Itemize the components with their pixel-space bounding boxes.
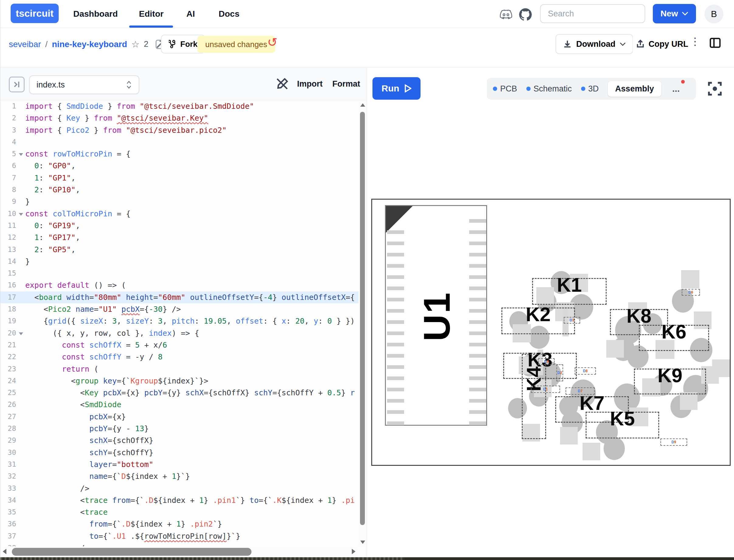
fold-gutter[interactable] (16, 112, 25, 124)
component-u1[interactable]: U1 (385, 205, 487, 426)
code-line-36[interactable]: 36 from={`.D${index + 1} .pin2`} (0, 518, 358, 530)
edit-disabled-icon[interactable] (275, 77, 289, 91)
assembly-board-outline[interactable]: U1 K1K2K8K6K3K4K9K7K5D3D4D1D7D8D2D6D9 (371, 199, 731, 466)
diode-d1-outline[interactable]: D1 (531, 386, 560, 393)
fold-gutter[interactable] (16, 208, 25, 220)
download-button[interactable]: Download (556, 34, 633, 54)
horizontal-scroll-thumb[interactable] (12, 548, 251, 556)
editor-horizontal-scrollbar[interactable] (0, 546, 358, 558)
code-line-21[interactable]: 21 const schOffX = 5 + x/6 (0, 339, 358, 351)
collapse-sidebar-icon[interactable] (9, 77, 25, 92)
fold-gutter[interactable] (16, 184, 25, 196)
code-line-34[interactable]: 34 <trace from={`.D${index + 1} .pin1`} … (0, 494, 358, 506)
scroll-right-arrow[interactable] (352, 549, 355, 554)
fold-gutter[interactable] (16, 363, 25, 375)
fold-arrow-icon[interactable] (19, 153, 23, 156)
fold-gutter[interactable] (16, 435, 25, 446)
fold-gutter[interactable] (16, 244, 25, 256)
code-line-8[interactable]: 8 2: "GP10", (0, 184, 358, 196)
new-button[interactable]: New (653, 4, 696, 23)
fold-gutter[interactable] (16, 136, 25, 148)
code-line-13[interactable]: 13 2: "GP5", (0, 244, 358, 256)
fold-gutter[interactable] (16, 148, 25, 160)
code-line-24[interactable]: 24 <group key={`Kgroup${index}`}> (0, 375, 358, 387)
scroll-left-arrow[interactable] (3, 549, 6, 554)
code-line-33[interactable]: 33 /> (0, 483, 358, 494)
fold-gutter[interactable] (16, 423, 25, 435)
fold-gutter[interactable] (16, 124, 25, 136)
fold-gutter[interactable] (16, 447, 25, 459)
undo-icon[interactable]: ↺ (267, 35, 277, 49)
import-button[interactable]: Import (297, 75, 322, 93)
nav-item-dashboard[interactable]: Dashboard (73, 0, 118, 28)
tab-pcb[interactable]: PCB (493, 84, 517, 94)
diode-d4-outline[interactable]: D4 (538, 358, 555, 365)
tab-3d[interactable]: 3D (581, 84, 599, 94)
code-line-23[interactable]: 23 return ( (0, 363, 358, 375)
code-line-37[interactable]: 37 to={`.U1 .${rowToMicroPin[row]}`} (0, 530, 358, 542)
code-line-31[interactable]: 31 layer="bottom" (0, 459, 358, 470)
fold-gutter[interactable] (16, 339, 25, 351)
format-button[interactable]: Format (332, 75, 360, 93)
code-line-6[interactable]: 6 0: "GP0", (0, 160, 358, 172)
fold-gutter[interactable] (16, 459, 25, 470)
code-line-27[interactable]: 27 pcbX={x} (0, 411, 358, 423)
code-line-12[interactable]: 12 1: "GP17", (0, 232, 358, 243)
code-line-2[interactable]: 2import { Key } from "@tsci/seveibar.Key… (0, 112, 358, 124)
tab-schematic[interactable]: Schematic (526, 84, 572, 94)
code-line-14[interactable]: 14} (0, 256, 358, 267)
user-avatar[interactable]: B (705, 5, 723, 23)
scroll-up-arrow[interactable] (360, 103, 365, 107)
fold-gutter[interactable] (16, 411, 25, 423)
file-select[interactable]: index.ts (29, 75, 139, 94)
fold-gutter[interactable] (16, 256, 25, 267)
fold-gutter[interactable] (16, 160, 25, 172)
code-line-32[interactable]: 32 name={`D${index + 1}`} (0, 470, 358, 482)
github-icon[interactable] (519, 8, 532, 21)
tscircuit-logo[interactable]: tscircuit (11, 4, 59, 23)
fold-gutter[interactable] (16, 291, 25, 303)
code-line-10[interactable]: 10const colToMicroPin = { (0, 208, 358, 220)
code-line-19[interactable]: 19 {grid({ sizeX: 3, sizeY: 3, pitch: 19… (0, 315, 358, 327)
diode-d8-outline[interactable]: D8 (575, 367, 596, 375)
fold-gutter[interactable] (16, 483, 25, 494)
code-line-5[interactable]: 5const rowToMicroPin = { (0, 148, 358, 160)
code-line-28[interactable]: 28 pcbY={y - 13} (0, 423, 358, 435)
breadcrumb-owner-link[interactable]: seveibar (9, 40, 41, 49)
search-input[interactable] (540, 4, 645, 23)
code-line-38[interactable]: 38 /> (0, 542, 358, 546)
code-line-25[interactable]: 25 <Key pcbX={x} pcbY={y} schX={schOffX}… (0, 387, 358, 399)
fold-gutter[interactable] (16, 494, 25, 506)
discord-icon[interactable] (499, 9, 513, 20)
fold-arrow-icon[interactable] (19, 332, 23, 335)
fold-gutter[interactable] (16, 327, 25, 339)
code-line-16[interactable]: 16export default () => ( (0, 279, 358, 291)
code-line-3[interactable]: 3import { Pico2 } from "@tsci/seveibar.p… (0, 124, 358, 136)
code-line-4[interactable]: 4 (0, 136, 358, 148)
fold-gutter[interactable] (16, 506, 25, 518)
code-line-20[interactable]: 20 ({ x, y, row, col }, index) => { (0, 327, 358, 339)
code-line-1[interactable]: 1import { SmdDiode } from "@tsci/seveiba… (0, 100, 358, 112)
code-line-22[interactable]: 22 const schOffY = -y / 8 (0, 351, 358, 363)
run-button[interactable]: Run (373, 77, 421, 100)
fold-gutter[interactable] (16, 375, 25, 387)
diode-d9-outline[interactable]: D9 (660, 438, 687, 446)
code-line-9[interactable]: 9} (0, 196, 358, 208)
code-line-29[interactable]: 29 schX={schOffX} (0, 435, 358, 446)
fold-gutter[interactable] (16, 220, 25, 232)
fold-gutter[interactable] (16, 315, 25, 327)
fold-gutter[interactable] (16, 196, 25, 208)
code-line-35[interactable]: 35 <trace (0, 506, 358, 518)
fold-gutter[interactable] (16, 518, 25, 530)
code-area[interactable]: 1import { SmdDiode } from "@tsci/seveiba… (0, 100, 358, 546)
diode-d7-outline[interactable]: D7 (566, 387, 595, 395)
tab-more[interactable]: ... (670, 84, 682, 94)
diode-d2-outline[interactable]: D2 (557, 364, 563, 381)
star-icon[interactable]: ☆ (131, 39, 139, 50)
fold-gutter[interactable] (16, 470, 25, 482)
code-line-30[interactable]: 30 schY={schOffY} (0, 447, 358, 459)
nav-item-docs[interactable]: Docs (219, 0, 239, 28)
fold-gutter[interactable] (16, 530, 25, 542)
code-line-15[interactable]: 15 (0, 267, 358, 279)
fullscreen-icon[interactable] (707, 81, 723, 97)
